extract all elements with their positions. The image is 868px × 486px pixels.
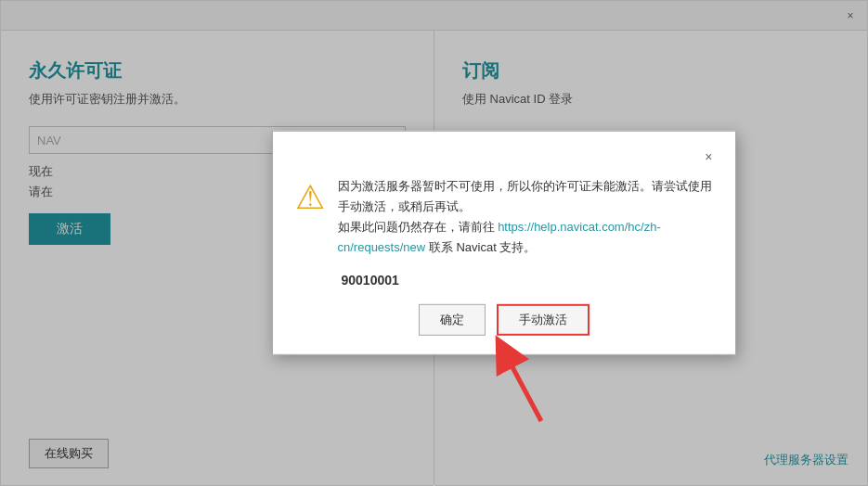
error-code: 90010001 — [342, 273, 713, 288]
dialog: × ⚠ 因为激活服务器暂时不可使用，所以你的许可证未能激活。请尝试使用手动激活，… — [272, 131, 736, 355]
dialog-close-button[interactable]: × — [705, 150, 712, 163]
dialog-message-line1: 因为激活服务器暂时不可使用，所以你的许可证未能激活。请尝试使用手动激活，或稍后再… — [338, 179, 712, 213]
dialog-message-line2: 如果此问题仍然存在，请前往 — [338, 220, 495, 234]
dialog-title-bar: × — [295, 150, 713, 163]
manual-activate-button[interactable]: 手动激活 — [497, 304, 589, 336]
main-window: × 永久许可证 使用许可证密钥注册并激活。 现在 请在 激活 在线购买 订阅 使… — [0, 0, 868, 486]
dialog-body: ⚠ 因为激活服务器暂时不可使用，所以你的许可证未能激活。请尝试使用手动激活，或稍… — [295, 176, 713, 258]
dialog-message: 因为激活服务器暂时不可使用，所以你的许可证未能激活。请尝试使用手动激活，或稍后再… — [338, 176, 713, 258]
warning-icon: ⚠ — [295, 178, 325, 217]
dialog-buttons: 确定 手动激活 — [295, 304, 713, 336]
confirm-button[interactable]: 确定 — [419, 304, 486, 336]
dialog-message-suffix: 联系 Navicat 支持。 — [429, 240, 537, 254]
